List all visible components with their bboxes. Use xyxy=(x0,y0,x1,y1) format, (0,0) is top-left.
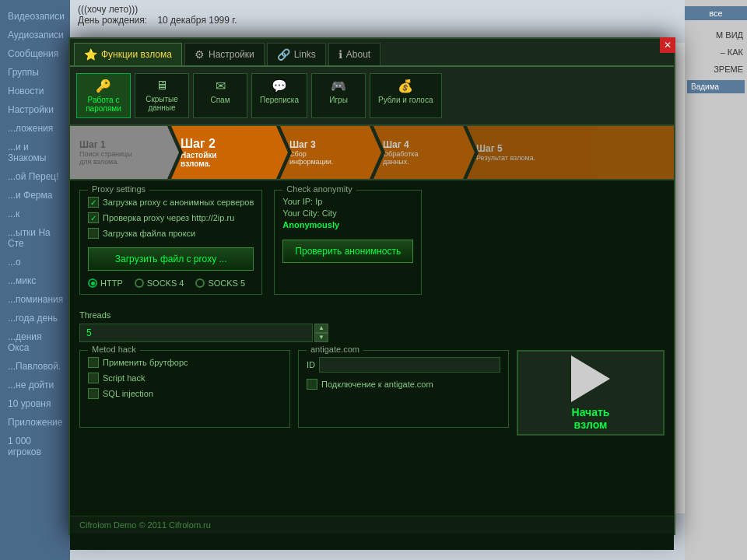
cat-games[interactable]: 🎮 Игры xyxy=(311,73,366,118)
anon-section: Check anonymity Your IP: Ip Your City: C… xyxy=(274,190,422,295)
step-4-num: Шаг 4 xyxy=(383,139,465,150)
city-label: Your City: xyxy=(282,208,319,218)
city-value: City xyxy=(322,208,337,218)
proxy-check-1[interactable]: ✓ Загрузка proxy с анонимных серверов xyxy=(88,197,254,208)
sidebar-item-pepper[interactable]: ...ой Перец! xyxy=(4,168,66,185)
sidebar-item-friends[interactable]: ...и и Знакомы xyxy=(4,138,66,166)
spinner-down[interactable]: ▼ xyxy=(314,333,328,342)
step-4-label: Обработка данных. xyxy=(383,150,465,166)
load-proxy-button[interactable]: Загрузить файл с proxy ... xyxy=(88,247,254,271)
vse-button[interactable]: все xyxy=(685,6,747,20)
cat-messages[interactable]: 💬 Переписка xyxy=(251,73,307,118)
radio-socks4-dot[interactable] xyxy=(135,278,144,288)
checkbox-proxy-1[interactable]: ✓ xyxy=(88,197,99,208)
step-3-label: Сбор информации. xyxy=(289,150,372,166)
top-bg-text: (((хочу лето))) xyxy=(78,4,138,15)
sidebar-item-audio[interactable]: Аудиозаписи xyxy=(4,26,66,44)
sidebar-item-video[interactable]: Видеозаписи xyxy=(4,8,66,25)
step-1-num: Шаг 1 xyxy=(79,139,170,150)
step-3-num: Шаг 3 xyxy=(289,139,372,150)
top-bg-content: (((хочу лето))) День рождения: 10 декабр… xyxy=(70,0,685,43)
cat-passwords[interactable]: 🔑 Работа с паролями xyxy=(76,73,131,118)
antigate-id-label: ID xyxy=(307,360,315,369)
play-icon xyxy=(571,355,610,402)
vadim-label: Вадима xyxy=(687,80,745,93)
sidebar-item-groups[interactable]: Группы xyxy=(4,64,66,81)
antigate-title: antigate.com xyxy=(307,345,363,354)
cat-spam-label: Спам xyxy=(210,96,230,104)
start-button-container[interactable]: Начать взлом xyxy=(517,350,665,436)
ip-label: Your IP: xyxy=(282,197,313,206)
proxy-anon-row: Proxy settings ✓ Загрузка proxy с аноним… xyxy=(79,190,665,303)
sidebar-item-mix[interactable]: ...микс xyxy=(4,272,66,289)
proxy-check-2[interactable]: ✓ Проверка proxy через http://2ip.ru xyxy=(88,212,254,223)
proxy-check-1-label: Загрузка proxy с анонимных серверов xyxy=(103,198,254,207)
radio-http[interactable]: HTTP xyxy=(88,278,123,288)
sidebar-item-pavlovoy[interactable]: ...Павловой. xyxy=(4,358,66,375)
key-icon: 🔑 xyxy=(96,79,111,93)
tab-functions[interactable]: ⭐ Функции взлома xyxy=(74,43,182,65)
checkbox-antigate[interactable] xyxy=(307,379,317,390)
sidebar-item-news[interactable]: Новости xyxy=(4,82,66,100)
right-sidebar: все М ВИД – КАК ЗРЕМЕ Вадима xyxy=(685,0,747,560)
tab-settings[interactable]: ⚙ Настройки xyxy=(184,43,265,65)
method-script[interactable]: Script hack xyxy=(88,373,282,383)
close-button[interactable]: ✕ xyxy=(660,37,675,53)
tab-links-label: Links xyxy=(294,49,316,60)
radio-socks4[interactable]: SOCKS 4 xyxy=(135,278,184,288)
step-2-label: Настойки взлома. xyxy=(181,151,279,168)
checkbox-sql[interactable] xyxy=(88,388,99,399)
gamepad-icon: 🎮 xyxy=(331,79,346,93)
checkbox-proxy-3[interactable] xyxy=(88,228,99,239)
anon-status: Anonymously xyxy=(282,220,413,229)
tab-settings-label: Настройки xyxy=(209,49,254,60)
radio-socks4-label: SOCKS 4 xyxy=(147,278,184,288)
tab-links[interactable]: 🔗 Links xyxy=(267,43,326,65)
sidebar-item-app[interactable]: Приложение xyxy=(4,414,66,431)
cat-spam[interactable]: ✉ Спам xyxy=(193,73,247,118)
checkbox-proxy-2[interactable]: ✓ xyxy=(88,212,99,223)
sidebar-item-memory[interactable]: ...поминания xyxy=(4,291,66,308)
threads-input[interactable] xyxy=(79,324,313,342)
sidebar-item-settings[interactable]: Настройки xyxy=(4,101,66,118)
method-title: Metod hack xyxy=(88,345,140,354)
antigate-id-input[interactable] xyxy=(319,357,500,373)
radio-socks5-dot[interactable] xyxy=(195,278,205,288)
step-5: Шаг 5 Результат взлома. xyxy=(467,126,674,179)
cat-hidden[interactable]: 🖥 Скрытые данные xyxy=(135,73,189,118)
sidebar-item-birthday[interactable]: ...дения Окса xyxy=(4,328,66,356)
sidebar-item-level2[interactable]: 10 уровня xyxy=(4,395,66,412)
bottom-row: Metod hack Применить брутфорс Script hac… xyxy=(79,350,665,436)
sidebar-item-k[interactable]: ...к xyxy=(4,205,66,222)
radio-http-dot[interactable] xyxy=(88,278,97,288)
cat-games-label: Игры xyxy=(329,96,348,104)
proxy-check-3[interactable]: Загрузка файла прокси xyxy=(88,228,254,239)
step-2: Шаг 2 Настойки взлома. xyxy=(171,126,288,179)
mail-icon: ✉ xyxy=(216,79,226,93)
anon-info: Your IP: Ip Your City: City Anonymously xyxy=(282,197,413,229)
step-5-label: Результат взлома. xyxy=(476,154,665,162)
sidebar-item-messages[interactable]: Сообщения xyxy=(4,45,66,62)
checkbox-bruteforce[interactable] xyxy=(88,357,99,368)
tab-about[interactable]: ℹ About xyxy=(328,43,381,65)
sidebar-item-today[interactable]: ...года день xyxy=(4,310,66,327)
sidebar-item-o[interactable]: ...о xyxy=(4,254,66,271)
method-bruteforce[interactable]: Применить брутфорс xyxy=(88,357,282,368)
proxy-check-2-label: Проверка proxy через http://2ip.ru xyxy=(103,213,234,222)
checkbox-script[interactable] xyxy=(88,373,99,383)
check-anon-button[interactable]: Проверить анонимность xyxy=(282,240,413,263)
antigate-connect[interactable]: Подключение к antigate.com xyxy=(307,379,500,390)
spinner-up[interactable]: ▲ xyxy=(314,324,328,333)
sidebar-item-farm[interactable]: ...и Ферма xyxy=(4,187,66,204)
sidebar-item-apps[interactable]: ...ложения xyxy=(4,120,66,137)
method-sql[interactable]: SQL injection xyxy=(88,388,282,399)
sidebar-item-level1[interactable]: ...не дойти xyxy=(4,376,66,394)
method-section: Metod hack Применить брутфорс Script hac… xyxy=(79,350,290,428)
left-sidebar: Видеозаписи Аудиозаписи Сообщения Группы… xyxy=(0,0,70,560)
sidebar-item-players[interactable]: 1 000 игроков xyxy=(4,432,66,460)
radio-socks5[interactable]: SOCKS 5 xyxy=(195,278,245,288)
cat-currency[interactable]: 💰 Рубли и голоса xyxy=(370,73,441,118)
sidebar-item-wall[interactable]: ...ытки На Сте xyxy=(4,224,66,252)
radio-http-label: HTTP xyxy=(100,278,123,288)
threads-spinner: ▲ ▼ xyxy=(314,324,328,342)
